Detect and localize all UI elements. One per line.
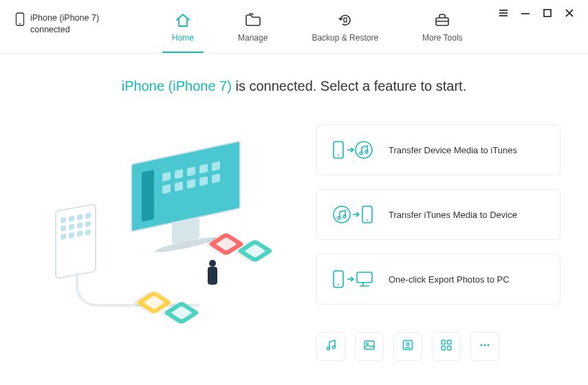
home-icon <box>174 11 192 29</box>
feature-export-photos[interactable]: One-click Export Photos to PC <box>316 254 560 305</box>
svg-point-13 <box>365 151 368 153</box>
svg-rect-5 <box>499 12 508 14</box>
profile-icon <box>402 339 414 354</box>
svg-rect-7 <box>521 13 530 14</box>
restore-icon <box>336 11 354 29</box>
apps-icon <box>440 339 453 354</box>
quick-contacts[interactable] <box>393 332 422 361</box>
svg-rect-24 <box>364 341 374 349</box>
nav-label: Manage <box>238 33 268 43</box>
feature-label: One-click Export Photos to PC <box>389 274 510 285</box>
svg-point-33 <box>484 344 486 346</box>
feature-itunes-to-device[interactable]: Transfer iTunes Media to Device <box>316 189 560 240</box>
music-icon <box>325 339 337 354</box>
svg-point-14 <box>334 206 350 223</box>
window-controls <box>497 8 576 21</box>
device-to-pc-icon <box>332 268 373 290</box>
menu-button[interactable] <box>497 8 510 21</box>
device-illustration <box>41 124 296 331</box>
nav-label: Backup & Restore <box>312 33 378 43</box>
svg-rect-28 <box>442 340 446 344</box>
svg-point-15 <box>338 217 340 219</box>
feature-device-to-itunes[interactable]: Transfer Device Media to iTunes <box>316 124 560 175</box>
svg-point-10 <box>338 155 339 156</box>
maximize-button[interactable] <box>541 8 554 21</box>
device-name: iPhone (iPhone 7) <box>30 12 99 24</box>
svg-point-1 <box>19 23 21 25</box>
svg-rect-29 <box>448 340 452 344</box>
quick-photos[interactable] <box>355 332 384 361</box>
svg-point-12 <box>360 152 362 155</box>
minimize-button[interactable] <box>519 8 532 21</box>
svg-point-34 <box>488 344 490 346</box>
main-content: iPhone (iPhone 7) is connected. Select a… <box>0 54 588 375</box>
folder-icon <box>244 11 262 29</box>
quick-actions <box>316 332 560 361</box>
nav-manage[interactable]: Manage <box>238 11 268 43</box>
nav-label: Home <box>172 33 194 43</box>
feature-label: Transfer iTunes Media to Device <box>389 210 517 220</box>
top-nav: Home Manage Backup & Restore More Tools <box>172 0 463 43</box>
svg-rect-8 <box>544 10 551 16</box>
quick-apps[interactable] <box>432 332 461 361</box>
nav-label: More Tools <box>422 33 462 43</box>
quick-more[interactable] <box>470 332 499 361</box>
svg-rect-6 <box>499 15 508 16</box>
feature-label: Transfer Device Media to iTunes <box>389 145 517 155</box>
svg-point-11 <box>356 142 372 158</box>
svg-rect-21 <box>357 272 372 283</box>
headline-text: is connected. Select a feature to start. <box>235 78 466 94</box>
svg-point-32 <box>481 344 483 346</box>
svg-rect-4 <box>499 10 508 11</box>
device-state: connected <box>30 24 99 36</box>
svg-rect-2 <box>344 18 347 22</box>
image-icon <box>363 339 375 354</box>
svg-rect-30 <box>442 346 446 351</box>
close-button[interactable] <box>563 8 576 21</box>
nav-more-tools[interactable]: More Tools <box>422 11 462 43</box>
nav-backup-restore[interactable]: Backup & Restore <box>312 11 378 43</box>
quick-music[interactable] <box>316 332 345 361</box>
device-status: iPhone (iPhone 7) connected <box>0 0 165 36</box>
svg-point-22 <box>327 347 330 350</box>
itunes-to-device-icon <box>332 204 373 226</box>
nav-home[interactable]: Home <box>172 11 194 43</box>
feature-list: Transfer Device Media to iTunes T <box>316 124 560 361</box>
svg-point-27 <box>406 343 409 346</box>
svg-point-16 <box>343 215 346 218</box>
svg-point-18 <box>367 219 368 221</box>
toolbox-icon <box>433 11 451 29</box>
svg-point-23 <box>333 346 336 349</box>
headline: iPhone (iPhone 7) is connected. Select a… <box>28 78 560 94</box>
headline-device: iPhone (iPhone 7) <box>122 78 232 94</box>
svg-point-25 <box>367 343 369 345</box>
more-icon <box>479 339 491 354</box>
device-to-itunes-icon <box>332 139 373 161</box>
svg-point-20 <box>338 284 339 285</box>
svg-rect-31 <box>448 346 452 351</box>
header: iPhone (iPhone 7) connected Home Manage … <box>0 0 588 54</box>
phone-icon <box>15 12 25 29</box>
